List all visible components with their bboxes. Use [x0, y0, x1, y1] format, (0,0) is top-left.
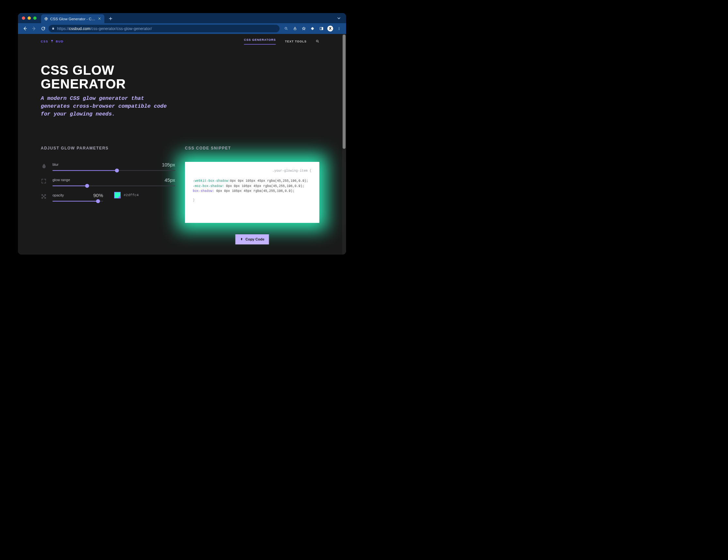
svg-point-8 — [317, 40, 318, 42]
expand-tabs-icon[interactable] — [337, 16, 342, 21]
droplet-icon — [41, 163, 48, 170]
svg-point-5 — [339, 27, 340, 28]
vertical-scrollbar[interactable] — [342, 34, 346, 255]
range-label: glow range — [53, 178, 70, 182]
code-box[interactable]: .your-glowing-item { -webkit-box-shadow:… — [185, 162, 319, 223]
snippet-heading: CSS CODE SNIPPET — [185, 146, 319, 150]
svg-rect-12 — [41, 197, 43, 199]
tab-title: CSS Glow Generator - CSS Bud — [50, 17, 96, 21]
site-header: CSS BUD CSS GENERATORS TEXT TOOLS — [18, 34, 342, 49]
globe-icon — [44, 17, 48, 21]
controls-heading: ADJUST GLOW PARAMETERS — [41, 146, 175, 150]
profile-avatar[interactable]: X — [327, 25, 334, 32]
blur-label: blur — [53, 163, 58, 167]
window-zoom-button[interactable] — [33, 17, 37, 20]
color-picker[interactable]: #2dffc4 — [114, 192, 139, 198]
new-tab-button[interactable] — [107, 15, 115, 23]
back-button[interactable] — [21, 25, 29, 32]
page-zoom-icon[interactable] — [283, 25, 290, 32]
forward-button[interactable] — [30, 25, 38, 32]
expand-icon — [41, 178, 48, 185]
site-search-icon[interactable] — [316, 39, 319, 43]
tulip-icon — [50, 39, 54, 43]
code-selector: .your-glowing-item { — [193, 169, 312, 173]
pointer-icon — [240, 238, 243, 241]
nav-css-generators[interactable]: CSS GENERATORS — [244, 38, 276, 45]
code-close-brace: } — [193, 198, 312, 202]
page-viewport: CSS BUD CSS GENERATORS TEXT TOOLS — [18, 34, 346, 255]
color-swatch[interactable] — [114, 192, 121, 198]
window-minimize-button[interactable] — [28, 17, 31, 20]
svg-rect-13 — [44, 197, 46, 199]
svg-point-7 — [339, 29, 340, 30]
hero: CSS GLOW GENERATOR A modern CSS glow gen… — [18, 49, 342, 118]
blur-slider[interactable] — [53, 170, 175, 171]
primary-nav: CSS GENERATORS TEXT TOOLS — [244, 38, 319, 45]
window-close-button[interactable] — [22, 17, 25, 20]
browser-window: CSS Glow Generator - CSS Bud — [18, 13, 346, 255]
svg-point-6 — [339, 28, 340, 29]
svg-rect-10 — [44, 194, 46, 196]
range-value: 45px — [164, 177, 175, 183]
svg-rect-11 — [43, 196, 45, 197]
svg-rect-9 — [41, 194, 43, 196]
opacity-slider[interactable] — [53, 200, 103, 202]
control-range: glow range 45px — [41, 177, 175, 187]
blur-value: 105px — [162, 162, 175, 167]
nav-text-tools[interactable]: TEXT TOOLS — [285, 39, 307, 43]
share-icon[interactable] — [291, 25, 299, 32]
browser-toolbar: https://cssbud.com/css-generator/css-glo… — [18, 23, 346, 34]
window-controls — [22, 13, 37, 23]
browser-tab[interactable]: CSS Glow Generator - CSS Bud — [41, 14, 104, 23]
copy-code-label: Copy Code — [245, 237, 264, 241]
site-logo[interactable]: CSS BUD — [41, 39, 64, 43]
tab-bar: CSS Glow Generator - CSS Bud — [18, 13, 346, 23]
control-blur: blur 105px — [41, 162, 175, 171]
logo-text-left: CSS — [41, 39, 48, 43]
tab-close-icon[interactable] — [98, 17, 101, 21]
side-panel-icon[interactable] — [318, 25, 325, 32]
extensions-icon[interactable] — [309, 25, 317, 32]
lock-icon — [52, 27, 55, 30]
reload-button[interactable] — [39, 25, 47, 32]
kebab-menu-icon[interactable] — [335, 25, 343, 32]
opacity-label: opacity — [53, 193, 64, 197]
controls-panel: ADJUST GLOW PARAMETERS blur 105px — [41, 146, 175, 244]
url-text: https://cssbud.com/css-generator/css-glo… — [57, 26, 152, 31]
logo-text-right: BUD — [56, 39, 64, 43]
bookmark-star-icon[interactable] — [300, 25, 308, 32]
control-opacity: opacity 90% #2dffc4 — [41, 193, 175, 202]
range-slider[interactable] — [53, 185, 175, 187]
address-bar[interactable]: https://cssbud.com/css-generator/css-glo… — [49, 25, 280, 32]
copy-code-button[interactable]: Copy Code — [235, 234, 269, 244]
page-subtitle: A modern CSS glow generator that generat… — [41, 95, 168, 118]
snippet-panel: CSS CODE SNIPPET .your-glowing-item { -w… — [185, 146, 319, 244]
color-hex: #2dffc4 — [124, 193, 139, 197]
opacity-value: 90% — [93, 193, 103, 198]
svg-rect-4 — [322, 27, 323, 30]
transparency-icon — [41, 194, 48, 201]
page-title: CSS GLOW GENERATOR — [41, 63, 319, 91]
scrollbar-thumb[interactable] — [343, 35, 346, 149]
svg-point-1 — [285, 27, 287, 29]
